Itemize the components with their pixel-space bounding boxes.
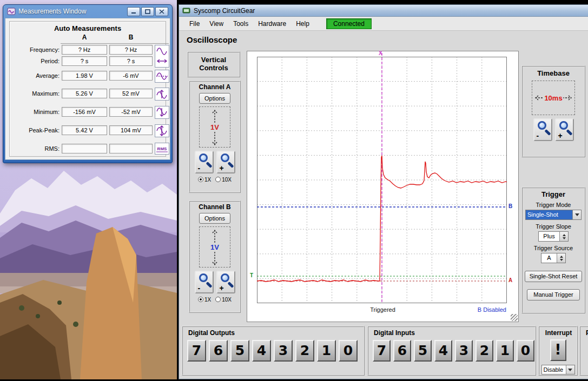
trigger-mode-value: Single-Shot [526, 210, 572, 219]
digit-button-2[interactable]: 2 [295, 340, 314, 362]
minimize-button[interactable] [127, 7, 140, 16]
timebase-range-widget[interactable]: 10ms [532, 81, 575, 115]
measurement-row-peakpeak: Peak-Peak: 5.42 V 104 mV [14, 125, 161, 135]
minimum-a-value: -156 mV [62, 107, 107, 117]
combobox-dropdown-button[interactable] [566, 365, 574, 374]
manual-trigger-button[interactable]: Manual Trigger [527, 289, 580, 300]
channel-b-range-value: 1V [209, 243, 221, 251]
magnifier-icon [221, 153, 229, 162]
timebase-zoom-in-button[interactable]: + [555, 118, 574, 141]
rms-b-value [109, 144, 153, 153]
maximize-button[interactable] [141, 7, 154, 16]
row-label: Peak-Peak: [14, 125, 60, 135]
channel-a-zoom-out-button[interactable]: - [195, 151, 214, 173]
digit-button-4[interactable]: 4 [434, 340, 452, 362]
digit-button-5[interactable]: 5 [230, 340, 249, 362]
average-a-value: 1.98 V [62, 71, 107, 81]
measurements-titlebar[interactable]: Measurements Window [5, 5, 170, 18]
menu-help[interactable]: Help [291, 18, 314, 29]
combobox-dropdown-button[interactable] [572, 210, 581, 219]
measurement-row-period: Period: ? s ? s [14, 56, 161, 66]
period-b-value: ? s [109, 56, 153, 66]
desktop: Measurements Window Auto Measurements A … [0, 0, 588, 381]
radio-1x-label: 1X [204, 177, 211, 183]
trigger-position-marker[interactable]: X [379, 50, 382, 56]
rms-icon: RMS [155, 143, 169, 155]
magnifier-icon [538, 121, 546, 130]
digit-button-7[interactable]: 7 [187, 340, 206, 362]
channel-b-ground-marker[interactable]: B [508, 203, 512, 209]
frequency-period-waveform-icon [155, 45, 169, 68]
interrupt-mode-combobox[interactable]: Disable [541, 365, 575, 375]
interrupt-button[interactable]: ! [550, 339, 566, 361]
channel-a-title: Channel A [190, 83, 240, 91]
digit-button-3[interactable]: 3 [274, 340, 293, 362]
spinner-buttons[interactable] [557, 253, 565, 263]
menu-file[interactable]: File [184, 18, 204, 29]
channel-b-options-button[interactable]: Options [199, 213, 230, 224]
measurement-icons: RMS [155, 45, 169, 156]
digit-button-6[interactable]: 6 [209, 340, 228, 362]
trigger-level-marker[interactable]: T [250, 272, 253, 278]
digit-button-1[interactable]: 1 [317, 340, 336, 362]
timebase-zoom-out-button[interactable]: - [533, 118, 552, 141]
radio-selected-icon [198, 177, 203, 182]
channel-b-range-widget[interactable]: 1V [199, 226, 230, 268]
menu-hardware[interactable]: Hardware [253, 18, 291, 29]
circuitgear-titlebar[interactable]: Syscomp CircuitGear [179, 5, 588, 17]
measurement-row-average: Average: 1.98 V -6 mV [14, 71, 161, 81]
channel-b-1x-radio[interactable]: 1X [198, 297, 211, 303]
digital-inputs-title: Digital Inputs [373, 329, 535, 337]
menu-tools[interactable]: Tools [228, 18, 253, 29]
digit-button-6[interactable]: 6 [393, 340, 411, 362]
trigger-mode-combobox[interactable]: Single-Shot [525, 210, 582, 220]
zoom-plus-label: + [220, 284, 224, 292]
radio-icon [215, 297, 221, 302]
digit-button-2[interactable]: 2 [475, 340, 493, 362]
scope-display[interactable]: X T B A Triggered B Disabled [247, 51, 519, 322]
trigger-panel: Trigger Trigger Mode Single-Shot Trigger… [521, 187, 585, 313]
channel-a-options-button[interactable]: Options [199, 93, 230, 104]
digit-button-3[interactable]: 3 [455, 340, 473, 362]
measurement-row-minimum: Minimum: -156 mV -52 mV [14, 107, 161, 117]
row-label: Frequency: [14, 45, 60, 55]
connected-status-badge[interactable]: Connected [326, 18, 372, 29]
magnifier-icon [559, 121, 568, 130]
pw-title: PW [585, 329, 588, 337]
channel-a-zoom-in-button[interactable]: + [216, 151, 235, 173]
interrupt-panel: Interrupt ! Disable [538, 326, 578, 376]
channel-b-zoom-in-button[interactable]: + [216, 271, 235, 293]
single-shot-reset-button[interactable]: Single-Shot Reset [525, 271, 582, 282]
digit-button-4[interactable]: 4 [252, 340, 271, 362]
scope-grid [257, 57, 507, 303]
resize-grip[interactable] [511, 314, 518, 321]
digit-button-0[interactable]: 0 [517, 340, 534, 362]
menu-view[interactable]: View [204, 18, 228, 29]
measurements-header: A B [14, 34, 161, 43]
channel-b-10x-radio[interactable]: 10X [215, 297, 232, 303]
b-disabled-label: B Disabled [478, 306, 506, 313]
trigger-source-spinbox[interactable]: A [541, 253, 566, 263]
close-button[interactable] [155, 7, 168, 16]
digit-button-0[interactable]: 0 [339, 340, 358, 362]
period-a-value: ? s [62, 56, 107, 66]
channel-a-10x-radio[interactable]: 10X [215, 177, 232, 183]
channel-a-ground-marker[interactable]: A [508, 277, 512, 283]
spinner-buttons[interactable] [559, 232, 568, 241]
digit-button-7[interactable]: 7 [373, 340, 391, 362]
trigger-slope-spinbox[interactable]: Plus [538, 231, 569, 242]
trigger-title: Trigger [523, 190, 584, 198]
channel-a-1x-radio[interactable]: 1X [198, 177, 211, 183]
radio-10x-label: 10X [222, 177, 232, 183]
channel-a-range-widget[interactable]: 1V [199, 106, 230, 148]
auto-measurements-groupbox: Auto Measurements A B Frequency: ? Hz ? … [9, 21, 166, 157]
zoom-minus-label: - [198, 284, 201, 292]
interrupt-mode-value: Disable [542, 365, 566, 374]
measurements-window-title: Measurements Window [18, 8, 126, 15]
measurements-rows: Frequency: ? Hz ? Hz Period: ? s ? s Ave… [14, 45, 161, 156]
digit-button-1[interactable]: 1 [496, 340, 514, 362]
channel-b-zoom-out-button[interactable]: - [195, 271, 214, 293]
digit-button-5[interactable]: 5 [414, 340, 432, 362]
trigger-source-value: A [541, 253, 557, 263]
maximum-b-value: 52 mV [109, 89, 153, 98]
